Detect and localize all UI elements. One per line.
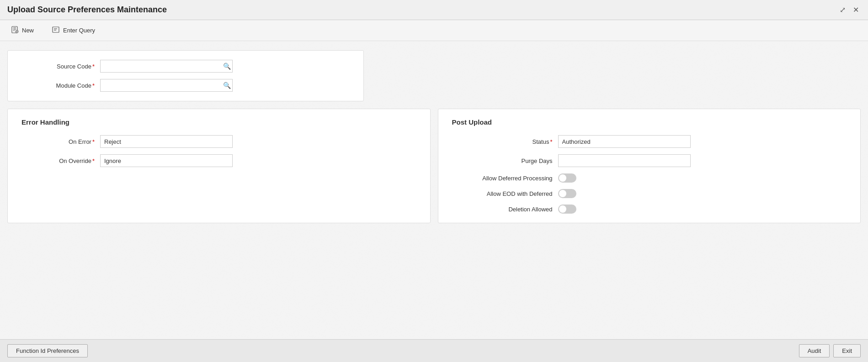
- allow-eod-label: Allow EOD with Deferred: [452, 190, 553, 197]
- bottom-sections: Error Handling On Error* On Override* Po…: [7, 109, 861, 223]
- module-code-required: *: [92, 82, 95, 89]
- allow-eod-toggle[interactable]: [558, 189, 576, 198]
- error-handling-title: Error Handling: [21, 118, 416, 126]
- svg-rect-7: [53, 27, 59, 32]
- exit-button[interactable]: Exit: [833, 344, 861, 357]
- on-error-label: On Error*: [21, 138, 95, 145]
- status-input[interactable]: [558, 135, 691, 148]
- function-id-prefs-button[interactable]: Function Id Preferences: [7, 344, 88, 357]
- audit-button[interactable]: Audit: [799, 344, 830, 357]
- purge-days-label: Purge Days: [452, 157, 553, 164]
- error-handling-section: Error Handling On Error* On Override*: [7, 109, 431, 223]
- enter-query-label: Enter Query: [63, 27, 95, 34]
- status-label: Status*: [452, 138, 553, 145]
- deletion-allowed-toggle[interactable]: [558, 205, 576, 214]
- module-code-input-wrapper: 🔍: [100, 79, 233, 92]
- modal-footer: Function Id Preferences Audit Exit: [0, 339, 868, 362]
- purge-days-input[interactable]: [558, 154, 691, 167]
- new-button[interactable]: New: [7, 24, 37, 37]
- search-icon: 🔍: [223, 63, 231, 70]
- modal-container: Upload Source Preferences Maintenance ⤢ …: [0, 0, 868, 362]
- toolbar: New Enter Query: [0, 20, 868, 41]
- on-error-row: On Error*: [21, 135, 416, 148]
- on-error-required: *: [92, 138, 95, 145]
- footer-right: Audit Exit: [799, 344, 861, 357]
- status-required: *: [550, 138, 552, 145]
- new-icon: [11, 26, 19, 35]
- on-override-required: *: [92, 157, 95, 164]
- search-icon: 🔍: [223, 82, 231, 89]
- source-code-label: Source Code*: [21, 63, 95, 70]
- on-override-label: On Override*: [21, 157, 95, 164]
- purge-days-row: Purge Days: [452, 154, 847, 167]
- close-button[interactable]: ✕: [851, 5, 861, 15]
- allow-deferred-row: Allow Deferred Processing: [452, 173, 847, 183]
- header-controls: ⤢ ✕: [838, 5, 861, 15]
- post-upload-title: Post Upload: [452, 118, 847, 126]
- on-override-row: On Override*: [21, 154, 416, 167]
- on-override-input[interactable]: [100, 154, 233, 167]
- on-error-input[interactable]: [100, 135, 233, 148]
- allow-deferred-toggle[interactable]: [558, 173, 576, 183]
- status-row: Status*: [452, 135, 847, 148]
- post-upload-section: Post Upload Status* Purge Days Allow Def…: [438, 109, 861, 223]
- module-code-row: Module Code* 🔍: [21, 79, 350, 92]
- allow-deferred-label: Allow Deferred Processing: [452, 175, 553, 182]
- module-code-label: Module Code*: [21, 82, 95, 89]
- module-code-input[interactable]: [100, 79, 233, 92]
- expand-button[interactable]: ⤢: [838, 5, 847, 15]
- allow-eod-row: Allow EOD with Deferred: [452, 189, 847, 198]
- modal-header: Upload Source Preferences Maintenance ⤢ …: [0, 0, 868, 20]
- new-label: New: [22, 27, 34, 34]
- deletion-allowed-row: Deletion Allowed: [452, 205, 847, 214]
- enter-query-button[interactable]: Enter Query: [48, 24, 99, 37]
- modal-title: Upload Source Preferences Maintenance: [7, 5, 167, 15]
- source-code-required: *: [92, 63, 95, 70]
- source-code-search-button[interactable]: 🔍: [223, 63, 231, 70]
- deletion-allowed-label: Deletion Allowed: [452, 206, 553, 213]
- module-code-search-button[interactable]: 🔍: [223, 82, 231, 89]
- enter-query-icon: [52, 26, 60, 35]
- source-code-row: Source Code* 🔍: [21, 60, 350, 73]
- source-code-input[interactable]: [100, 60, 233, 73]
- source-code-input-wrapper: 🔍: [100, 60, 233, 73]
- expand-icon: ⤢: [840, 6, 846, 14]
- close-icon: ✕: [853, 6, 859, 14]
- footer-left: Function Id Preferences: [7, 344, 88, 357]
- modal-body: Source Code* 🔍 Module Code* 🔍: [0, 41, 868, 339]
- top-form-section: Source Code* 🔍 Module Code* 🔍: [7, 50, 364, 101]
